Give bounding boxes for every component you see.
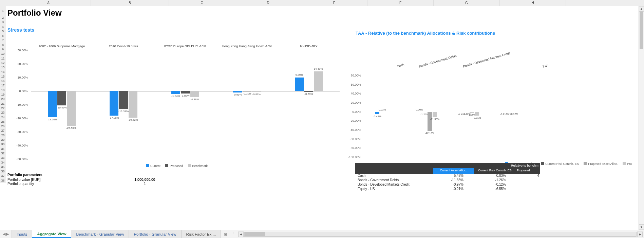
- table-superheader: Relative to benchm: [355, 163, 540, 168]
- col-header[interactable]: H: [500, 0, 566, 6]
- table-col-header: Current Risk Contrib. ES: [474, 168, 516, 174]
- col-header[interactable]: D: [235, 0, 301, 6]
- legend-label: Current Risk Contrib. ES: [545, 162, 579, 166]
- row-header[interactable]: 8: [0, 43, 6, 47]
- row-header[interactable]: 34: [0, 160, 6, 165]
- scroll-track[interactable]: [244, 232, 637, 237]
- scroll-track[interactable]: [639, 12, 644, 224]
- tab-split-handle[interactable]: ⋮: [230, 230, 237, 238]
- row-header[interactable]: 38: [0, 178, 6, 183]
- scroll-thumb[interactable]: [245, 232, 265, 236]
- row-header[interactable]: 9: [0, 47, 6, 52]
- table-cell: -1.26%: [474, 178, 516, 183]
- legend-item: Proposed Asset Alloc.: [584, 162, 618, 166]
- taa-chart[interactable]: Cash Bonds - Government Debts Bonds - De…: [345, 40, 535, 166]
- row-header[interactable]: 21: [0, 102, 6, 106]
- row-header[interactable]: 3: [0, 20, 6, 24]
- stress-test-chart[interactable]: 2007 - 2009 Subprime Mortgage 2020 Covid…: [12, 40, 341, 169]
- row-header[interactable]: 14: [0, 70, 6, 74]
- legend-label: Benchmark: [192, 164, 208, 168]
- col-header[interactable]: A: [6, 0, 91, 6]
- row-header[interactable]: 24: [0, 115, 6, 120]
- table-cell: -0.12%: [474, 183, 516, 187]
- row-header[interactable]: 23: [0, 111, 6, 115]
- row-header[interactable]: 19: [0, 92, 6, 97]
- worksheet-area[interactable]: Portfolio View Stress tests TAA - Relati…: [6, 6, 644, 187]
- y-tick-label: -30.00%: [16, 130, 28, 134]
- row-header[interactable]: 10: [0, 52, 6, 56]
- sheet-tab[interactable]: Risk Factor Ex ...: [182, 230, 221, 238]
- scroll-down-arrow-icon[interactable]: ▼: [639, 224, 644, 230]
- table-col-header: Proposed: [516, 168, 540, 174]
- col-header[interactable]: E: [301, 0, 367, 6]
- swatch-icon: [165, 164, 168, 167]
- table-col-header: Current Asset Alloc.: [433, 168, 474, 174]
- row-header[interactable]: 29: [0, 138, 6, 142]
- row-header[interactable]: 26: [0, 124, 6, 129]
- row-header[interactable]: 13: [0, 65, 6, 70]
- scroll-right-arrow-icon[interactable]: ▶: [637, 232, 643, 237]
- chart1-plot: -19.16% -10.46% -25.50% -17.88% -13.31% …: [31, 50, 340, 159]
- page-title: Portfolio View: [7, 8, 644, 18]
- row-header[interactable]: 1: [0, 6, 6, 16]
- row-header[interactable]: 37: [0, 174, 6, 178]
- row-header[interactable]: 11: [0, 56, 6, 61]
- row-header[interactable]: 32: [0, 151, 6, 156]
- row-header[interactable]: 36: [0, 169, 6, 174]
- col-header[interactable]: F: [367, 0, 434, 6]
- row-header[interactable]: 17: [0, 83, 6, 88]
- params-header: Portfolio parameters: [7, 173, 170, 177]
- row-header[interactable]: 2: [0, 16, 6, 20]
- row-header[interactable]: 12: [0, 61, 6, 65]
- sheet-tab[interactable]: Inputs: [12, 230, 32, 238]
- table-row: Bonds - Developed Markets Credit -0.97% …: [355, 183, 540, 187]
- row-header[interactable]: 16: [0, 79, 6, 83]
- row-header[interactable]: 4: [0, 25, 6, 29]
- row-header[interactable]: 27: [0, 129, 6, 133]
- chart1-y-axis: 30.00%20.00%10.00%0.00%-10.00%-20.00%-30…: [12, 50, 29, 159]
- scroll-up-arrow-icon[interactable]: ▲: [639, 6, 644, 12]
- tab-nav-prev-icon[interactable]: ◀: [3, 232, 5, 236]
- chart2-plot: -5.42% 0.03% 0.00% -1.26% -42.15% -11.35…: [364, 75, 533, 157]
- table-cell: [516, 183, 540, 187]
- col-header[interactable]: G: [434, 0, 500, 6]
- add-sheet-button[interactable]: ⊕: [221, 230, 230, 238]
- row-header[interactable]: 25: [0, 120, 6, 124]
- row-header[interactable]: 5: [0, 29, 6, 34]
- tab-nav-next-icon[interactable]: ▶: [6, 232, 9, 236]
- horizontal-scrollbar[interactable]: ◀ ▶: [237, 230, 644, 238]
- row-header[interactable]: 15: [0, 74, 6, 79]
- col-header[interactable]: B: [91, 0, 169, 6]
- col-header[interactable]: C: [169, 0, 235, 6]
- row-header[interactable]: 28: [0, 133, 6, 138]
- chart1-category-labels: 2007 - 2009 Subprime Mortgage 2020 Covid…: [31, 44, 340, 50]
- chart1-legend: Current Proposed Benchmark: [12, 164, 341, 168]
- row-header[interactable]: 20: [0, 97, 6, 101]
- y-tick-label: -10.00%: [16, 103, 28, 106]
- table-cell: Bonds - Developed Markets Credit: [355, 183, 433, 187]
- row-header[interactable]: 31: [0, 147, 6, 151]
- y-tick-label: -40.00%: [16, 144, 28, 147]
- row-header[interactable]: 30: [0, 142, 6, 147]
- row-header[interactable]: 18: [0, 88, 6, 92]
- y-tick-label: 0.00%: [352, 110, 361, 114]
- row-header[interactable]: 35: [0, 165, 6, 169]
- table-row: Bonds - Government Debts -11.35% -1.26%: [355, 178, 540, 183]
- row-header[interactable]: 22: [0, 106, 6, 111]
- vertical-scrollbar[interactable]: ▲ ▼: [639, 6, 644, 230]
- row-header[interactable]: 6: [0, 34, 6, 38]
- table-cell: -5.42%: [433, 174, 474, 178]
- chart1-cat: FTSE Europe GBI EUR -10%: [154, 44, 216, 50]
- select-all-corner[interactable]: [0, 0, 6, 6]
- table-row: Equity - US -0.21% -6.55%: [355, 187, 540, 191]
- sheet-tab[interactable]: Benchmark - Granular View: [71, 230, 129, 238]
- scroll-left-arrow-icon[interactable]: ◀: [238, 232, 244, 237]
- y-tick-label: -20.00%: [16, 117, 28, 120]
- table-cell: [516, 187, 540, 191]
- row-header[interactable]: 33: [0, 156, 6, 160]
- row-header[interactable]: 7: [0, 38, 6, 42]
- sheet-tab[interactable]: Portfolio - Granular View: [129, 230, 181, 238]
- sheet-tab[interactable]: Aggregate View: [32, 230, 71, 238]
- scroll-thumb[interactable]: [640, 12, 643, 49]
- swatch-icon: [623, 162, 626, 165]
